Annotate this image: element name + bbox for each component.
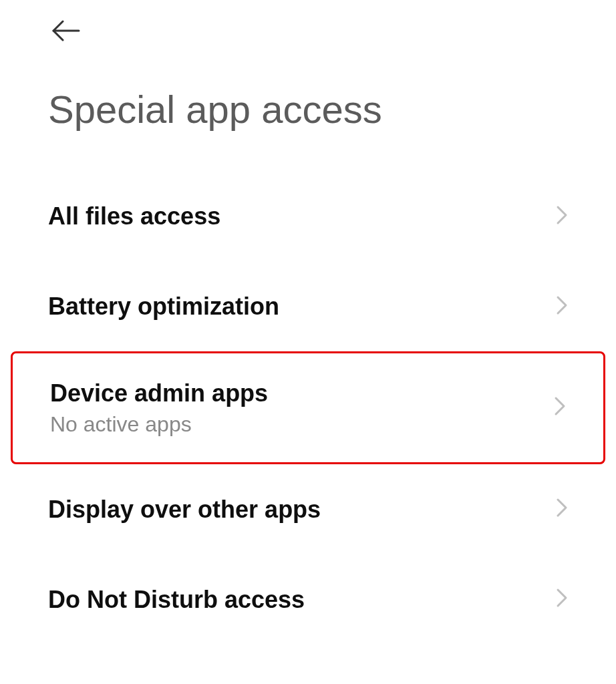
chevron-right-icon: [556, 498, 568, 520]
list-item-title: Display over other apps: [48, 495, 321, 524]
chevron-right-icon: [556, 205, 568, 228]
list-item-title: Device admin apps: [50, 379, 268, 407]
chevron-right-icon: [556, 588, 568, 611]
list-item-all-files-access[interactable]: All files access: [0, 171, 616, 261]
list-item-content: Display over other apps: [48, 495, 321, 524]
settings-list: All files access Battery optimization De…: [0, 171, 616, 645]
list-item-content: Battery optimization: [48, 292, 279, 321]
chevron-right-icon: [554, 396, 566, 419]
list-item-battery-optimization[interactable]: Battery optimization: [0, 261, 616, 351]
back-arrow-icon: [51, 20, 80, 44]
page-title: Special app access: [48, 87, 382, 132]
list-item-content: Do Not Disturb access: [48, 585, 305, 614]
list-item-do-not-disturb-access[interactable]: Do Not Disturb access: [0, 554, 616, 645]
list-item-device-admin-apps[interactable]: Device admin apps No active apps: [11, 351, 605, 464]
list-item-content: Device admin apps No active apps: [50, 379, 268, 436]
list-item-subtitle: No active apps: [50, 412, 268, 437]
list-item-title: Battery optimization: [48, 292, 279, 321]
list-item-title: All files access: [48, 202, 220, 230]
list-item-display-over-other-apps[interactable]: Display over other apps: [0, 464, 616, 554]
list-item-title: Do Not Disturb access: [48, 585, 305, 614]
back-button[interactable]: [49, 16, 82, 48]
list-item-content: All files access: [48, 202, 220, 230]
chevron-right-icon: [556, 295, 568, 318]
